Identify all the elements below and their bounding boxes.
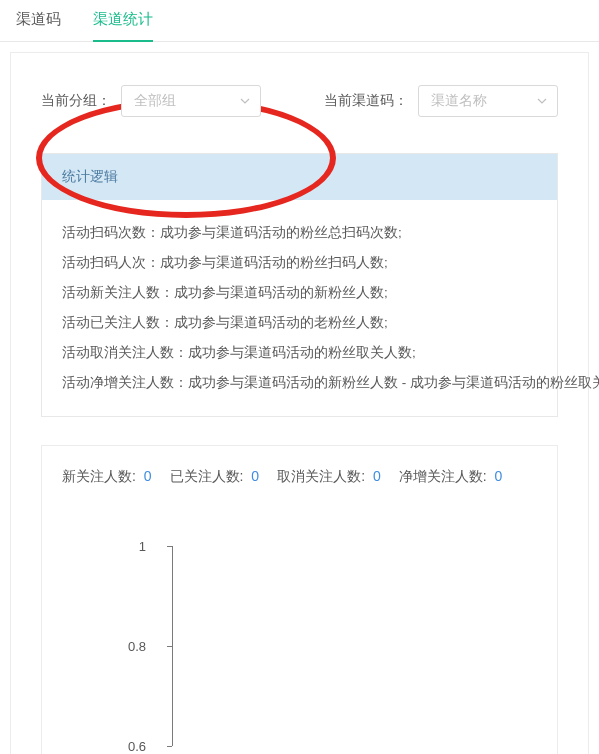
logic-line: 活动扫码次数：成功参与渠道码活动的粉丝总扫码次数; [62, 218, 537, 248]
code-filter-label: 当前渠道码： [324, 92, 408, 110]
chevron-down-icon [240, 96, 250, 106]
legend-net: 净增关注人数: 0 [399, 468, 503, 486]
tabs: 渠道码 渠道统计 [0, 0, 599, 42]
stats-logic-panel: 统计逻辑 活动扫码次数：成功参与渠道码活动的粉丝总扫码次数; 活动扫码人次：成功… [41, 153, 558, 417]
legend-net-value: 0 [495, 468, 503, 484]
code-select[interactable]: 渠道名称 [418, 85, 558, 117]
chart-y-axis [172, 546, 173, 746]
y-tick: 0.6 [116, 739, 146, 754]
legend-cancel: 取消关注人数: 0 [277, 468, 381, 486]
chart-panel: 新关注人数: 0 已关注人数: 0 取消关注人数: 0 净增关注人数: 0 [41, 445, 558, 754]
logic-line: 活动净增关注人数：成功参与渠道码活动的新粉丝人数 - 成功参与渠道码活动的粉丝取… [62, 368, 537, 398]
legend-net-label: 净增关注人数: [399, 468, 487, 484]
logic-line: 活动扫码人次：成功参与渠道码活动的粉丝扫码人数; [62, 248, 537, 278]
stats-card: 当前分组： 全部组 当前渠道码： 渠道名称 统计逻辑 活动扫码次数：成功参与渠道… [10, 52, 589, 754]
logic-line: 活动新关注人数：成功参与渠道码活动的新粉丝人数; [62, 278, 537, 308]
legend-new: 新关注人数: 0 [62, 468, 152, 486]
code-select-value: 渠道名称 [431, 92, 487, 110]
tab-channel-stats[interactable]: 渠道统计 [77, 0, 169, 41]
filter-bar: 当前分组： 全部组 当前渠道码： 渠道名称 [41, 85, 558, 117]
chart-area: 1 0.8 0.6 [152, 546, 537, 746]
chart-legend: 新关注人数: 0 已关注人数: 0 取消关注人数: 0 净增关注人数: 0 [62, 468, 537, 486]
legend-new-label: 新关注人数: [62, 468, 136, 484]
logic-line: 活动取消关注人数：成功参与渠道码活动的粉丝取关人数; [62, 338, 537, 368]
legend-new-value: 0 [144, 468, 152, 484]
tab-channel-code[interactable]: 渠道码 [0, 0, 77, 41]
group-select[interactable]: 全部组 [121, 85, 261, 117]
legend-exist-value: 0 [251, 468, 259, 484]
logic-line: 活动已关注人数：成功参与渠道码活动的老粉丝人数; [62, 308, 537, 338]
group-select-value: 全部组 [134, 92, 176, 110]
group-filter-label: 当前分组： [41, 92, 111, 110]
legend-cancel-value: 0 [373, 468, 381, 484]
stats-logic-body: 活动扫码次数：成功参与渠道码活动的粉丝总扫码次数; 活动扫码人次：成功参与渠道码… [42, 200, 557, 416]
y-tick: 1 [116, 539, 146, 554]
chevron-down-icon [537, 96, 547, 106]
legend-exist-label: 已关注人数: [170, 468, 244, 484]
legend-exist: 已关注人数: 0 [170, 468, 260, 486]
stats-logic-title: 统计逻辑 [42, 154, 557, 200]
y-tick: 0.8 [116, 639, 146, 654]
legend-cancel-label: 取消关注人数: [277, 468, 365, 484]
